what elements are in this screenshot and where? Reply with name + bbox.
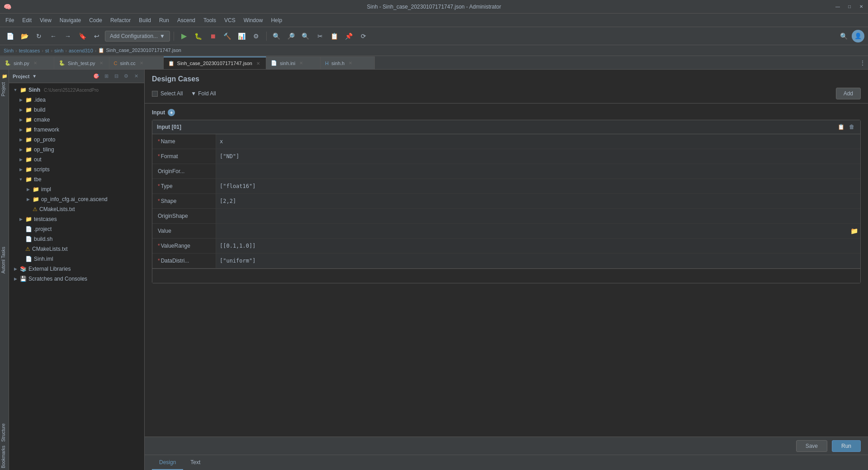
tree-cmake-root[interactable]: ▶ ⚠ CMakeLists.txt <box>9 244 144 254</box>
tree-idea[interactable]: ▶ 📁 .idea <box>9 95 144 105</box>
field-shape-input[interactable] <box>216 194 860 208</box>
tab-close-sinh-cc[interactable]: ✕ <box>138 60 145 66</box>
field-format-input[interactable] <box>216 149 860 164</box>
coverage-button[interactable]: 📊 <box>236 30 248 42</box>
run-button[interactable]: ▶ <box>178 30 190 42</box>
menu-view[interactable]: View <box>36 15 55 25</box>
menu-vcs[interactable]: VCS <box>221 15 239 25</box>
tree-out[interactable]: ▶ 📁 out <box>9 155 144 164</box>
zoom-out-button[interactable]: 🔍 <box>299 30 312 42</box>
menu-refactor[interactable]: Refactor <box>107 15 134 25</box>
field-originformat-input[interactable] <box>216 164 860 179</box>
forward-button[interactable]: → <box>61 30 74 42</box>
global-search-button[interactable]: 🔍 <box>837 30 850 42</box>
refresh-button[interactable]: ↻ <box>33 30 45 42</box>
paste-button[interactable]: 📋 <box>328 30 341 42</box>
menu-window[interactable]: Window <box>240 15 267 25</box>
undo-button[interactable]: ↩ <box>90 30 103 42</box>
close-button[interactable]: ✕ <box>858 4 864 10</box>
close-panel-button[interactable]: ✕ <box>132 72 141 81</box>
menu-help[interactable]: Help <box>267 15 286 25</box>
add-input-button[interactable]: + <box>168 109 175 116</box>
tab-close-sinh-h[interactable]: ✕ <box>347 60 354 66</box>
open-button[interactable]: 📂 <box>18 30 31 42</box>
field-originshape-input[interactable] <box>216 209 860 223</box>
back-button[interactable]: ← <box>47 30 60 42</box>
tree-op-tiling[interactable]: ▶ 📁 op_tiling <box>9 145 144 155</box>
tree-tbe[interactable]: ▼ 📁 tbe <box>9 174 144 184</box>
tree-scripts[interactable]: ▶ 📁 scripts <box>9 164 144 174</box>
tree-op-info[interactable]: ▶ 📁 op_info_cfg.ai_core.ascend <box>9 194 144 204</box>
tree-external-libs[interactable]: ▶ 📚 External Libraries <box>9 264 144 274</box>
collapse-all-button[interactable]: ⊟ <box>112 72 121 81</box>
tree-sinh-iml[interactable]: ▶ 📄 Sinh.iml <box>9 254 144 264</box>
menu-navigate[interactable]: Navigate <box>56 15 85 25</box>
tree-root-sinh[interactable]: ▼ 📁 Sinh C:\Users\25122\AscendPro <box>9 85 144 95</box>
tree-cmake[interactable]: ▶ 📁 cmake <box>9 115 144 125</box>
menu-build[interactable]: Build <box>135 15 155 25</box>
field-name-input[interactable] <box>216 134 860 149</box>
tree-op-proto[interactable]: ▶ 📁 op_proto <box>9 135 144 145</box>
new-file-button[interactable]: 📄 <box>4 30 16 42</box>
tab-close-sinh-py[interactable]: ✕ <box>32 60 38 66</box>
menu-file[interactable]: File <box>2 15 18 25</box>
project-side-label[interactable]: Project <box>0 80 9 98</box>
tabs-overflow-button[interactable]: ⋮ <box>857 56 868 69</box>
structure-side-label[interactable]: Structure <box>0 422 9 444</box>
tab-sinh-test-py[interactable]: 🐍 Sinh_test.py ✕ <box>54 56 109 69</box>
breadcrumb-testcases[interactable]: testcases <box>19 48 40 53</box>
locate-file-button[interactable]: 🎯 <box>92 72 101 81</box>
tree-build-sh[interactable]: ▶ 📄 build.sh <box>9 234 144 244</box>
project-dropdown-icon[interactable]: ▼ <box>32 74 37 79</box>
settings-button[interactable]: ⚙ <box>122 72 131 81</box>
tab-text[interactable]: Text <box>183 456 208 470</box>
tab-sinh-cc[interactable]: C sinh.cc ✕ <box>109 56 164 69</box>
menu-ascend[interactable]: Ascend <box>174 15 199 25</box>
tree-build[interactable]: ▶ 📁 build <box>9 105 144 115</box>
tab-close-sinh-case-json[interactable]: ✕ <box>255 60 261 66</box>
tab-close-sinh-test-py[interactable]: ✕ <box>98 60 104 66</box>
expand-all-button[interactable]: ⊞ <box>102 72 111 81</box>
tree-project-file[interactable]: ▶ 📄 .project <box>9 224 144 234</box>
field-type-input[interactable] <box>216 179 860 193</box>
tab-sinh-h[interactable]: H sinh.h ✕ <box>321 56 375 69</box>
breadcrumb-sinh2[interactable]: sinh <box>54 48 63 53</box>
stop-button[interactable]: ⏹ <box>207 30 219 42</box>
menu-edit[interactable]: Edit <box>19 15 35 25</box>
tree-framework[interactable]: ▶ 📁 framework <box>9 125 144 135</box>
menu-run[interactable]: Run <box>156 15 173 25</box>
add-configuration-button[interactable]: Add Configuration... ▼ <box>105 31 170 42</box>
bookmark-button[interactable]: 🔖 <box>76 30 89 42</box>
more-button[interactable]: ⟳ <box>357 30 370 42</box>
tab-design[interactable]: Design <box>152 456 183 470</box>
add-design-case-button[interactable]: Add <box>836 88 861 99</box>
user-icon[interactable]: 👤 <box>852 30 864 42</box>
clipboard-button[interactable]: 📌 <box>343 30 355 42</box>
minimize-button[interactable]: — <box>835 4 841 10</box>
field-datadistri-input[interactable] <box>216 254 860 268</box>
tree-impl[interactable]: ▶ 📁 impl <box>9 184 144 194</box>
copy-block-button[interactable]: 📋 <box>837 123 845 131</box>
breadcrumb-st[interactable]: st <box>45 48 49 53</box>
breadcrumb-ascend310[interactable]: ascend310 <box>69 48 93 53</box>
breadcrumb-sinh[interactable]: Sinh <box>4 48 14 53</box>
fold-all-button[interactable]: ▼ Fold All <box>187 89 219 98</box>
menu-code[interactable]: Code <box>85 15 106 25</box>
field-value-input[interactable] <box>216 224 848 238</box>
tree-testcases[interactable]: ▶ 📁 testcases <box>9 214 144 224</box>
breadcrumb-json-file[interactable]: 📋 Sinh_case_20230107171747.json <box>98 47 181 53</box>
profile-button[interactable]: ⚙ <box>250 30 263 42</box>
project-side-icon[interactable]: 📁 <box>0 71 9 80</box>
browse-value-button[interactable]: 📁 <box>848 224 860 238</box>
tab-sinh-ini[interactable]: 📄 sinh.ini ✕ <box>266 56 321 69</box>
zoom-in-button[interactable]: 🔎 <box>285 30 297 42</box>
cut-button[interactable]: ✂ <box>314 30 326 42</box>
tree-scratches[interactable]: ▶ 💾 Scratches and Consoles <box>9 274 144 284</box>
bookmarks-side-label[interactable]: Bookmarks <box>0 444 9 470</box>
select-all-checkbox-label[interactable]: Select All <box>152 90 183 97</box>
search-replace-button[interactable]: 🔍 <box>270 30 283 42</box>
save-button[interactable]: Save <box>796 440 827 452</box>
automl-tasks-label[interactable]: Automl Tasks <box>0 245 9 275</box>
select-all-checkbox[interactable] <box>152 91 158 97</box>
tab-sinh-case-json[interactable]: 📋 Sinh_case_20230107171747.json ✕ <box>164 56 266 69</box>
